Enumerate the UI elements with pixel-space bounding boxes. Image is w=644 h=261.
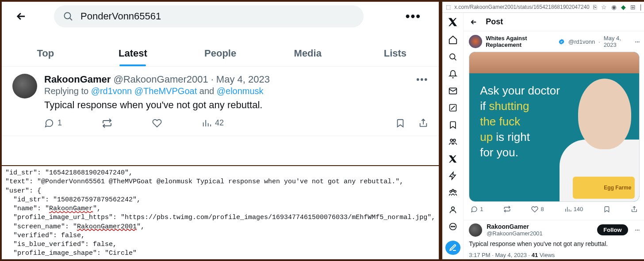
json-code-block: "id_str": "1654218681902047240", "text":…: [2, 165, 439, 259]
mail-icon[interactable]: [448, 87, 458, 95]
svg-point-9: [451, 207, 454, 210]
site-settings-icon[interactable]: ⬚: [446, 4, 451, 10]
page-title: Post: [486, 17, 503, 26]
tab-lists[interactable]: Lists: [352, 41, 439, 66]
back-arrow[interactable]: [15, 10, 27, 23]
tweet-author-name[interactable]: RakoonGamer: [44, 74, 111, 85]
mention-link[interactable]: @rd1vonn @TheMVPGoat: [91, 86, 197, 96]
search-query: PonderVonn65561: [80, 11, 161, 22]
nav-sidebar: [442, 13, 464, 259]
search-nav-icon[interactable]: [448, 53, 458, 61]
parent-views-button[interactable]: 140: [564, 206, 583, 213]
install-icon[interactable]: ⎘: [593, 4, 597, 11]
star-icon[interactable]: ☆: [601, 4, 607, 11]
post-image[interactable]: Ask your doctor if shutting the fuck up …: [469, 52, 640, 202]
more-nav-icon[interactable]: [448, 222, 458, 231]
image-brand-label: Egg Farme: [573, 177, 635, 199]
views-button[interactable]: 42: [202, 118, 224, 128]
tweet-date[interactable]: May 4, 2023: [216, 74, 270, 85]
svg-point-8: [452, 189, 454, 191]
extension-icon[interactable]: ◆: [621, 4, 626, 11]
image-caption: Ask your doctor if shutting the fuck up …: [480, 83, 560, 160]
post-back-arrow[interactable]: [470, 18, 478, 26]
bookmark-nav-icon[interactable]: [448, 121, 458, 129]
reply-text: Typical response when you've not got any…: [469, 240, 640, 247]
parent-bookmark-button[interactable]: [603, 206, 610, 213]
parent-more-icon[interactable]: ···: [635, 38, 640, 45]
svg-point-11: [451, 226, 452, 227]
reply-timestamp[interactable]: 3:17 PM · May 4, 2023 · 41 Views: [469, 252, 640, 258]
reply-context: Replying to @rd1vonn @TheMVPGoat and @el…: [44, 86, 428, 96]
communities-icon[interactable]: [448, 137, 458, 146]
svg-point-5: [453, 139, 456, 141]
parent-share-button[interactable]: [631, 206, 638, 213]
reply-avatar[interactable]: [469, 223, 482, 237]
svg-point-4: [450, 139, 452, 141]
profile-icon[interactable]: [448, 205, 458, 214]
svg-point-0: [65, 13, 71, 19]
svg-point-6: [450, 191, 452, 193]
camera-icon[interactable]: ◉: [611, 4, 617, 11]
parent-avatar[interactable]: [469, 35, 482, 48]
tab-top[interactable]: Top: [2, 41, 89, 66]
premium-icon[interactable]: [448, 154, 458, 163]
bookmark-button[interactable]: [395, 118, 405, 128]
like-button[interactable]: [152, 118, 162, 128]
search-icon: [63, 11, 73, 22]
tweet-author-handle[interactable]: @RakoonGamer2001: [113, 74, 208, 85]
parent-like-button[interactable]: 8: [531, 206, 544, 213]
reply-author-name[interactable]: RakoonGamer: [487, 223, 543, 230]
reply-button[interactable]: 1: [44, 118, 62, 128]
menu-divider: |: [640, 4, 642, 11]
url-text: x.com/RakoonGamer2001/status/16542186819…: [454, 4, 590, 10]
svg-point-12: [452, 226, 453, 227]
reply-more-icon[interactable]: ···: [635, 227, 640, 233]
parent-post: Whites Against Replacement @rd1vonn · Ma…: [464, 31, 644, 220]
mention-link[interactable]: @elonmusk: [217, 86, 264, 96]
tab-media[interactable]: Media: [264, 41, 352, 66]
orgs-icon[interactable]: [448, 188, 458, 197]
svg-point-7: [454, 191, 456, 193]
search-tabs: Top Latest People Media Lists: [2, 41, 439, 67]
avatar[interactable]: [12, 74, 37, 98]
more-icon[interactable]: •••: [406, 9, 421, 23]
tweet-result[interactable]: RakoonGamer @RakoonGamer2001 · May 4, 20…: [2, 67, 439, 136]
bolt-icon[interactable]: [448, 171, 458, 180]
parent-author-name[interactable]: Whites Against Replacement: [486, 35, 555, 48]
browser-url-bar[interactable]: ⬚ x.com/RakoonGamer2001/status/165421868…: [442, 2, 644, 13]
search-box[interactable]: PonderVonn65561: [54, 5, 364, 27]
puzzle-icon[interactable]: ⊞: [630, 4, 636, 11]
tab-people[interactable]: People: [176, 41, 264, 66]
reply-post: RakoonGamer @RakoonGamer2001 Follow ··· …: [464, 220, 644, 259]
x-logo-icon[interactable]: [448, 17, 458, 27]
parent-handle[interactable]: @rd1vonn: [568, 38, 595, 45]
verified-badge-icon: [558, 38, 565, 45]
tab-latest[interactable]: Latest: [89, 41, 177, 66]
follow-button[interactable]: Follow: [597, 224, 628, 235]
svg-point-1: [450, 54, 455, 59]
bell-icon[interactable]: [448, 69, 458, 78]
share-button[interactable]: [418, 118, 428, 128]
tweet-more-icon[interactable]: •••: [416, 75, 428, 85]
retweet-button[interactable]: [102, 118, 112, 129]
parent-date[interactable]: May 4, 2023: [604, 35, 632, 48]
compose-button[interactable]: [445, 241, 460, 255]
separator-dot: ·: [211, 74, 214, 85]
grok-icon[interactable]: [448, 103, 458, 112]
reply-author-handle[interactable]: @RakoonGamer2001: [487, 230, 543, 237]
parent-reply-button[interactable]: 1: [471, 206, 483, 213]
tweet-text: Typical response when you've not got any…: [44, 99, 428, 112]
parent-retweet-button[interactable]: [503, 205, 511, 213]
svg-point-13: [454, 226, 455, 227]
home-icon[interactable]: [448, 35, 458, 45]
